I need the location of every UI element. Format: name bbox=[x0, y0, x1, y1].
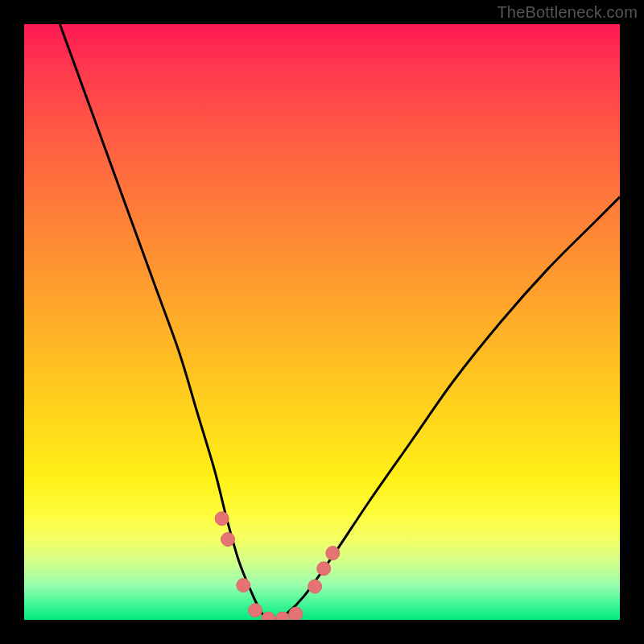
data-marker bbox=[262, 612, 275, 620]
chart-frame: TheBottleneck.com bbox=[0, 0, 644, 644]
bottleneck-curve bbox=[24, 24, 620, 620]
watermark-text: TheBottleneck.com bbox=[497, 3, 638, 22]
data-marker bbox=[289, 607, 303, 620]
data-marker bbox=[215, 512, 229, 526]
data-marker bbox=[249, 604, 262, 617]
data-marker bbox=[317, 562, 331, 576]
curve-line bbox=[60, 24, 620, 620]
plot-area bbox=[24, 24, 620, 620]
data-marker bbox=[237, 579, 250, 592]
data-marker bbox=[308, 580, 322, 593]
data-marker bbox=[326, 547, 340, 560]
data-marker bbox=[221, 533, 235, 547]
